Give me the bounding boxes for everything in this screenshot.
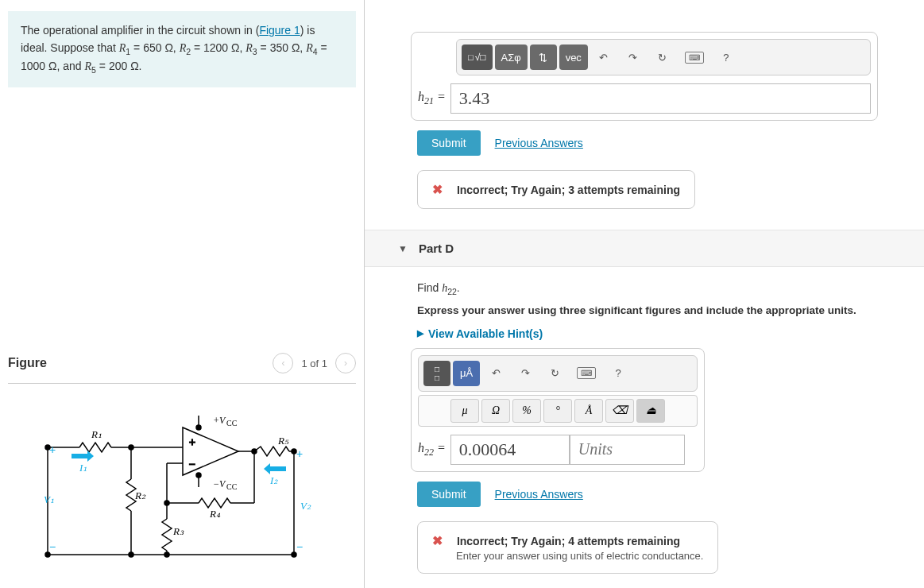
svg-text:CC: CC xyxy=(226,482,238,491)
figure-prev-button[interactable]: ‹ xyxy=(273,353,293,373)
svg-point-17 xyxy=(129,552,133,557)
problem-text: The operational amplifier in the circuit… xyxy=(21,24,259,37)
partD-answer-area: □□ μÅ ↶ ↷ ↻ ⌨ ? μ Ω % ° Å ⌫ ⏏ h22 = xyxy=(411,348,705,472)
figure-link[interactable]: Figure 1 xyxy=(259,24,300,37)
figure-title: Figure xyxy=(8,356,47,370)
shift-button[interactable]: ⏏ xyxy=(636,399,665,423)
hints-label: View Available Hint(s) xyxy=(428,327,543,340)
svg-text:R₄: R₄ xyxy=(209,508,221,520)
redo2-button[interactable]: ↷ xyxy=(512,361,539,386)
svg-text:+V: +V xyxy=(213,415,226,426)
figure-next-button[interactable]: › xyxy=(335,353,356,373)
backspace-button[interactable]: ⌫ xyxy=(605,399,634,423)
subscript-button[interactable]: ⇅ xyxy=(530,44,557,70)
redo-button[interactable]: ↷ xyxy=(620,44,647,70)
svg-text:R₁: R₁ xyxy=(91,428,102,440)
reset-button[interactable]: ↻ xyxy=(649,44,676,70)
partD-toolbar: □□ μÅ ↶ ↷ ↻ ⌨ ? xyxy=(418,355,698,392)
partD-feedback-text: Incorrect; Try Again; 4 attempts remaini… xyxy=(457,535,680,547)
figure-body: + − xyxy=(8,384,356,588)
circuit-diagram: + − xyxy=(16,400,326,567)
incorrect2-icon: ✖ xyxy=(432,534,443,547)
partD-previous-answers-link[interactable]: Previous Answers xyxy=(495,488,583,501)
partC-answer-area: □√□ ΑΣφ ⇅ vec ↶ ↷ ↻ ⌨ ? h21 = xyxy=(411,32,878,121)
partC-toolbar: □√□ ΑΣφ ⇅ vec ↶ ↷ ↻ ⌨ ? xyxy=(456,39,871,75)
svg-text:I₁: I₁ xyxy=(79,462,87,474)
svg-text:+: + xyxy=(296,447,303,460)
partD-header[interactable]: ▼ Part D xyxy=(365,230,924,267)
svg-text:V₂: V₂ xyxy=(300,500,311,512)
partD-value-input[interactable] xyxy=(450,435,570,465)
svg-text:−: − xyxy=(189,458,195,470)
svg-text:+: + xyxy=(49,443,56,456)
degree-button[interactable]: ° xyxy=(543,399,572,423)
svg-text:R₃: R₃ xyxy=(172,525,184,537)
angstrom-button[interactable]: Å xyxy=(574,399,603,423)
svg-text:R₅: R₅ xyxy=(277,435,289,447)
partD-sub-toolbar: μ Ω % ° Å ⌫ ⏏ xyxy=(418,395,698,427)
mu-button[interactable]: μ xyxy=(450,399,479,423)
undo2-button[interactable]: ↶ xyxy=(482,361,509,386)
svg-text:R₂: R₂ xyxy=(134,489,146,501)
collapse-icon: ▼ xyxy=(398,243,408,254)
partC-previous-answers-link[interactable]: Previous Answers xyxy=(495,137,583,149)
vector-button[interactable]: vec xyxy=(559,44,588,70)
undo-button[interactable]: ↶ xyxy=(590,44,617,70)
svg-text:+: + xyxy=(189,436,195,448)
partD-submit-button[interactable]: Submit xyxy=(417,482,481,507)
template-button[interactable]: □√□ xyxy=(462,44,493,70)
partC-submit-button[interactable]: Submit xyxy=(417,130,481,156)
partD-instruction: Express your answer using three signific… xyxy=(417,304,924,316)
help2-button[interactable]: ? xyxy=(605,361,632,386)
caret-right-icon: ▶ xyxy=(417,328,423,338)
partC-feedback-text: Incorrect; Try Again; 3 attempts remaini… xyxy=(457,184,680,196)
svg-text:−V: −V xyxy=(213,478,226,489)
help-button[interactable]: ? xyxy=(713,44,740,70)
template2-button[interactable]: □□ xyxy=(423,361,450,386)
partD-variable-label: h22 = xyxy=(418,441,446,458)
ohm-button[interactable]: Ω xyxy=(481,399,510,423)
svg-text:−: − xyxy=(49,540,56,553)
svg-point-20 xyxy=(164,552,169,557)
partC-feedback: ✖ Incorrect; Try Again; 3 attempts remai… xyxy=(417,170,695,209)
view-hints-link[interactable]: ▶ View Available Hint(s) xyxy=(417,327,924,340)
svg-text:CC: CC xyxy=(226,419,238,427)
partD-feedback: ✖ Incorrect; Try Again; 4 attempts remai… xyxy=(417,521,718,574)
keyboard-button[interactable]: ⌨ xyxy=(679,44,710,70)
partD-units-input[interactable] xyxy=(570,435,685,465)
partD-title: Part D xyxy=(419,242,454,255)
units-palette-button[interactable]: μÅ xyxy=(453,361,480,386)
reset2-button[interactable]: ↻ xyxy=(541,361,568,386)
partD-feedback-sub: Enter your answer using units of electri… xyxy=(456,550,703,562)
svg-text:V₁: V₁ xyxy=(44,493,54,505)
svg-text:I₂: I₂ xyxy=(269,474,278,486)
figure-panel: Figure ‹ 1 of 1 › xyxy=(8,348,356,588)
keyboard2-button[interactable]: ⌨ xyxy=(570,361,602,386)
problem-statement: The operational amplifier in the circuit… xyxy=(8,11,356,87)
partC-variable-label: h21 = xyxy=(418,90,446,107)
partC-value-input[interactable] xyxy=(450,83,871,114)
svg-marker-48 xyxy=(72,451,94,462)
percent-button[interactable]: % xyxy=(512,399,541,423)
greek-button[interactable]: ΑΣφ xyxy=(495,44,528,70)
partD-prompt: Find h22. xyxy=(417,281,924,296)
incorrect-icon: ✖ xyxy=(432,183,443,196)
figure-counter: 1 of 1 xyxy=(301,358,327,369)
svg-marker-50 xyxy=(264,463,286,474)
svg-text:−: − xyxy=(296,540,303,553)
